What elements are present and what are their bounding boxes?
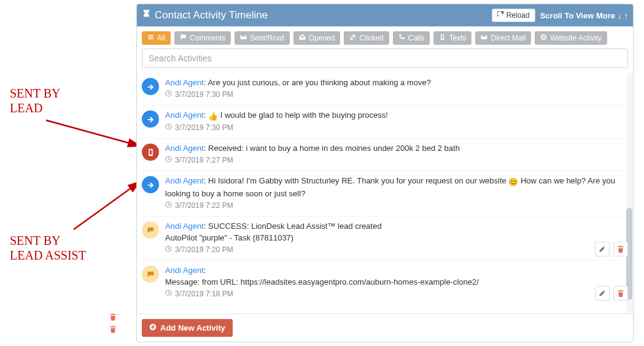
filter-clicked[interactable]: Clicked — [344, 31, 389, 45]
filter-opened[interactable]: Opened — [293, 31, 341, 45]
list-icon — [147, 34, 154, 42]
activity-extra: AutoPilot "purple" - Task (87811037) — [165, 232, 628, 244]
hourglass-icon — [142, 9, 151, 21]
smile-emoji: 😊 — [508, 176, 518, 188]
arrow-up-icon: ↑ — [624, 11, 629, 20]
filter-website[interactable]: Website Activity — [535, 31, 607, 45]
plus-icon — [149, 323, 157, 333]
agent-link[interactable]: Andi Agent — [165, 266, 204, 275]
clock-icon — [165, 90, 172, 99]
activity-timestamp: 3/7/2019 7:22 PM — [165, 201, 628, 210]
agent-link[interactable]: Andi Agent — [165, 176, 204, 185]
add-new-activity-button[interactable]: Add New Activity — [142, 319, 233, 337]
panel-header: Contact Activity Timeline Reload Scroll … — [137, 4, 633, 26]
activity-text: : SUCCESS: LionDesk Lead Assist™ lead cr… — [204, 221, 382, 231]
filter-directmail[interactable]: Direct Mail — [475, 31, 531, 45]
comment-icon — [180, 34, 187, 42]
filter-all[interactable]: All — [142, 31, 171, 45]
agent-link[interactable]: Andi Agent — [165, 110, 204, 120]
panel-title: Contact Activity Timeline — [142, 9, 268, 21]
sent-icon — [142, 176, 159, 193]
filter-tabs: All Comments Sent/Rcvd Opened Clicked Ca… — [137, 26, 633, 48]
sent-icon — [142, 110, 159, 128]
scroll-hint[interactable]: Scroll To View More ↓ ↑ — [540, 11, 628, 20]
clock-icon — [165, 290, 172, 298]
annotation-region: SENT BY LEAD SENT BY LEAD ASSIST — [0, 0, 135, 346]
mobile-icon — [439, 34, 446, 42]
agent-link[interactable]: Andi Agent — [165, 144, 204, 153]
activity-item: Andi Agent: SUCCESS: LionDesk Lead Assis… — [142, 217, 628, 261]
activity-item: Andi Agent: 👍 I would be glad to help wi… — [142, 106, 628, 139]
contact-activity-panel: Contact Activity Timeline Reload Scroll … — [136, 4, 634, 342]
delete-button[interactable] — [613, 286, 628, 301]
activity-extra: Message: from URL: https://leadsites.eas… — [165, 276, 628, 288]
filter-texts[interactable]: Texts — [433, 31, 471, 45]
agent-link[interactable]: Andi Agent — [165, 78, 204, 87]
received-icon — [142, 144, 159, 161]
globe-icon — [540, 34, 547, 42]
annotation-sent-by-lead-assist: SENT BY LEAD ASSIST — [10, 233, 86, 263]
filter-sentrcvd[interactable]: Sent/Rcvd — [235, 31, 289, 45]
filter-comments[interactable]: Comments — [174, 31, 231, 45]
clock-icon — [165, 201, 172, 210]
annotation-sent-by-lead: SENT BY LEAD — [10, 86, 60, 115]
trash-icon[interactable] — [109, 325, 117, 335]
clock-icon — [165, 123, 172, 132]
reload-button[interactable]: Reload — [492, 9, 535, 22]
activity-item: Andi Agent: Message: from URL: https://l… — [142, 261, 628, 304]
comment-icon — [142, 266, 159, 283]
envelope-icon — [240, 34, 247, 42]
edit-button[interactable] — [595, 286, 610, 301]
activity-text: : Received: i want to buy a home in des … — [204, 144, 460, 153]
open-envelope-icon — [299, 34, 306, 42]
panel-footer: Add New Activity — [137, 313, 633, 342]
trash-icon[interactable] — [109, 313, 117, 323]
activity-timestamp: 3/7/2019 7:30 PM — [165, 123, 628, 132]
activity-list: Andi Agent: Are you just curious, or are… — [137, 73, 633, 304]
activity-text: I would be glad to help with the buying … — [218, 110, 388, 120]
comment-icon — [142, 221, 159, 239]
search-input[interactable] — [142, 48, 628, 68]
clock-icon — [165, 245, 172, 254]
activity-timestamp: 3/7/2019 7:20 PM — [165, 245, 628, 254]
edit-button[interactable] — [595, 242, 610, 256]
activity-item: Andi Agent: Received: i want to buy a ho… — [142, 139, 628, 171]
filter-calls[interactable]: Calls — [393, 31, 430, 45]
activity-timestamp: 3/7/2019 7:18 PM — [165, 290, 628, 298]
thumbs-up-emoji: 👍 — [208, 110, 218, 123]
arrow-down-icon: ↓ — [618, 11, 622, 20]
external-link-icon — [349, 34, 356, 42]
delete-button[interactable] — [613, 242, 628, 256]
envelope-icon — [481, 34, 487, 42]
phone-icon — [398, 34, 405, 42]
clock-icon — [165, 156, 172, 164]
agent-link[interactable]: Andi Agent — [165, 221, 204, 231]
activity-text: : Are you just curious, or are you think… — [204, 78, 431, 87]
activity-item: Andi Agent: Hi Isidora! I'm Gabby with S… — [142, 171, 628, 217]
refresh-icon — [497, 11, 504, 20]
activity-item: Andi Agent: Are you just curious, or are… — [142, 73, 628, 106]
sent-icon — [142, 78, 159, 95]
activity-timestamp: 3/7/2019 7:30 PM — [165, 90, 628, 99]
activity-timestamp: 3/7/2019 7:27 PM — [165, 156, 628, 164]
activity-scroll[interactable]: Andi Agent: Are you just curious, or are… — [137, 73, 633, 313]
